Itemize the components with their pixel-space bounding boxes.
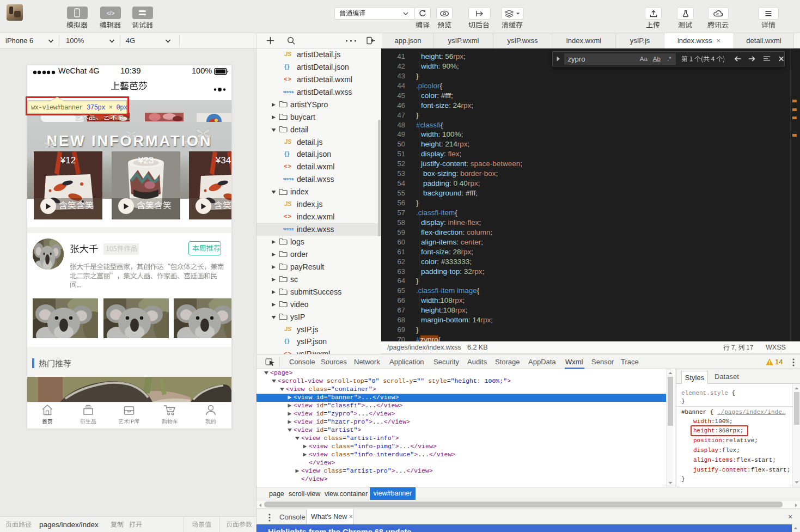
svg-text:</>: </> [107, 10, 115, 16]
